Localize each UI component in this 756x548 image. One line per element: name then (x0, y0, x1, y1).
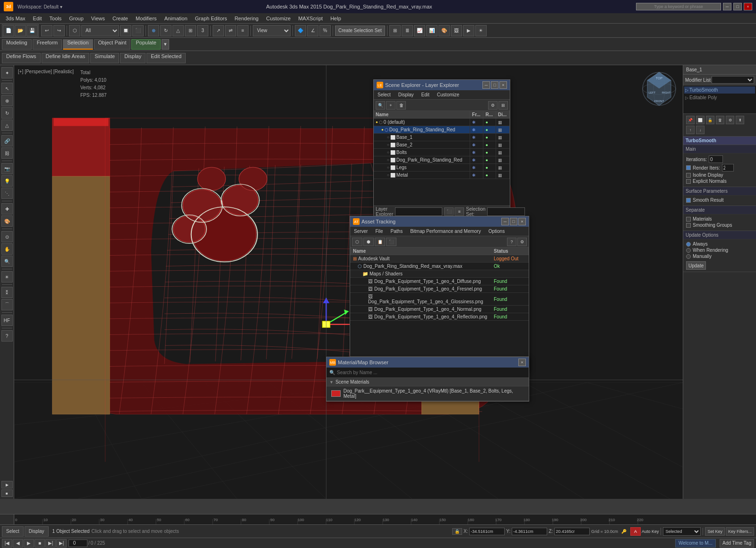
menu-modifiers[interactable]: Modifiers (132, 15, 161, 22)
lt-bottom-btn-2[interactable]: ■ (1, 489, 13, 497)
lt-move-mode[interactable]: ⊕ (1, 95, 13, 106)
mb-close-button[interactable]: × (518, 359, 526, 366)
at-settings-button[interactable]: ⚙ (517, 238, 527, 246)
manually-radio[interactable] (686, 254, 691, 259)
mode-selection[interactable]: Selection (63, 39, 93, 50)
selected-dropdown[interactable]: Selected (663, 527, 701, 536)
schematic-button[interactable]: 📊 (426, 25, 438, 36)
le-maximize-button[interactable]: □ (491, 81, 498, 89)
when-rendering-radio[interactable] (686, 248, 691, 253)
layer-row-legs[interactable]: ○ ⬜ Legs ❄ ● ▦ (374, 164, 510, 171)
menu-help[interactable]: Help (326, 15, 345, 22)
percent-snap[interactable]: % (319, 25, 331, 36)
layer-row-dogpark[interactable]: ● ⬡ Dog_Park_Ring_Standing_Red ❄ ● ▦ (374, 126, 510, 134)
le-menu-display[interactable]: Display (395, 91, 418, 98)
render-iters-input[interactable] (722, 164, 734, 171)
lt-unlink-mode[interactable]: ⛓ (1, 147, 13, 159)
viewport-select[interactable]: View (253, 25, 291, 36)
layer-row-base1[interactable]: ○ ⬜ Base_1 ❄ ● ▦ (374, 134, 510, 141)
move-button[interactable]: ⊕ (148, 25, 159, 36)
layer-row-metal[interactable]: ○ ⬜ Metal ❄ ● ▦ (374, 171, 510, 179)
next-frame-button[interactable]: ▶| (45, 539, 56, 548)
lt-pan-mode[interactable]: ✋ (1, 243, 13, 255)
lt-sun-mode[interactable]: ☀ (1, 271, 13, 283)
le-close-button[interactable]: × (499, 81, 507, 89)
le-filter-input[interactable] (395, 207, 442, 216)
at-tb-btn-1[interactable]: ⬡ (352, 238, 362, 246)
menu-group[interactable]: Group (65, 15, 87, 22)
lt-zoom-mode[interactable]: 🔍 (1, 256, 13, 267)
curve-editor-button[interactable]: 📈 (414, 25, 425, 36)
menu-customize[interactable]: Customize (262, 15, 294, 22)
lt-light-mode[interactable]: 💡 (1, 175, 13, 187)
layer-row-bolts[interactable]: ○ ⬜ Bolts ❄ ● ▦ (374, 149, 510, 156)
lt-paint-mode[interactable]: 🎨 (1, 215, 13, 227)
rotate-button[interactable]: ↻ (160, 25, 172, 36)
le-menu-select[interactable]: Select (374, 91, 395, 98)
smooth-result-checkbox[interactable] (686, 198, 691, 203)
mode-modeling[interactable]: Modeling (2, 39, 32, 50)
menu-tools[interactable]: Tools (46, 15, 66, 22)
key-filters-button[interactable]: Key Filters... (726, 527, 754, 536)
lt-helpers-mode[interactable]: ✚ (1, 203, 13, 214)
lt-camera-mode[interactable]: 📷 (1, 163, 13, 174)
save-button[interactable]: 💾 (26, 25, 38, 36)
close-button[interactable]: × (744, 3, 752, 10)
select-region-button[interactable]: ⬛ (132, 25, 144, 36)
le-icon-2[interactable]: ≡ (455, 207, 464, 216)
at-menu-options[interactable]: Options (485, 228, 508, 235)
select-tab[interactable]: Select (2, 526, 24, 537)
render-iters-checkbox[interactable] (686, 165, 691, 170)
update-button[interactable]: Update (686, 261, 706, 270)
asset-tracking-titlebar[interactable]: AT Asset Tracking ─ □ × (350, 216, 529, 227)
menu-rendering[interactable]: Rendering (231, 15, 262, 22)
at-close-button[interactable]: × (518, 218, 526, 225)
go-start-button[interactable]: |◀ (2, 539, 12, 548)
modifier-editable-poly[interactable]: ▷ Editable Poly (684, 94, 755, 101)
at-menu-bitmap[interactable]: Bitmap Performance and Memory (406, 228, 485, 235)
lt-rotate-mode[interactable]: ↻ (1, 107, 13, 119)
play-button[interactable]: ▶ (24, 539, 34, 548)
move-to-top[interactable]: ⬆ (736, 116, 744, 124)
at-row-maxfile[interactable]: ⬡Dog_Park_Ring_Standing_Red_max_vray.max… (350, 263, 529, 270)
reference-button[interactable]: ↗ (213, 25, 224, 36)
y-coord-input[interactable] (512, 528, 547, 535)
lt-link-mode[interactable]: 🔗 (1, 135, 13, 146)
layer-explorer-titlebar[interactable]: LE Scene Explorer - Layer Explorer ─ □ × (374, 80, 510, 90)
new-button[interactable]: 📄 (3, 25, 14, 36)
placement-button[interactable]: ⊞ (185, 25, 196, 36)
stop-button[interactable]: ■ (34, 539, 45, 548)
snap-toggle[interactable]: 🔷 (295, 25, 306, 36)
undo-button[interactable]: ↩ (41, 25, 52, 36)
open-button[interactable]: 📂 (15, 25, 26, 36)
menu-create[interactable]: Create (109, 15, 132, 22)
select-object-button[interactable]: ⬡ (69, 25, 80, 36)
redo-button[interactable]: ↪ (53, 25, 65, 36)
define-idle-areas-button[interactable]: Define Idle Areas (42, 53, 90, 63)
menu-animation[interactable]: Animation (161, 15, 191, 22)
le-menu-edit[interactable]: Edit (418, 91, 433, 98)
mb-titlebar[interactable]: MB Material/Map Browser × (326, 357, 529, 368)
lt-hierarchy-mode[interactable]: HF (1, 315, 13, 326)
mode-more-button[interactable]: ▾ (162, 39, 169, 50)
display-button[interactable]: Display (120, 53, 146, 63)
le-delete-layer-button[interactable]: 🗑 (396, 101, 406, 110)
menu-graph-editors[interactable]: Graph Editors (191, 15, 231, 22)
ribbon-button[interactable]: ≣ (402, 25, 413, 36)
le-settings-button[interactable]: ⚙ (488, 101, 498, 110)
at-menu-paths[interactable]: Paths (387, 228, 407, 235)
window-controls[interactable]: Type a keyword or phrase ─ □ × (636, 3, 752, 10)
layer-mgr-button[interactable]: ⊞ (389, 25, 401, 36)
navigation-cube[interactable]: TOP RIGHT LEFT FRONT (640, 70, 678, 108)
at-row-reflection[interactable]: 🖼Dog_Park_Equipment_Type_1_geo_4_Reflect… (350, 313, 529, 321)
lt-scale-mode[interactable]: △ (1, 120, 13, 131)
at-maximize-button[interactable]: □ (510, 218, 517, 225)
at-row-vault[interactable]: ⊞Autodesk Vault Logged Out (350, 255, 529, 263)
at-tb-btn-4[interactable]: ⬛ (386, 238, 396, 246)
mb-controls[interactable]: × (518, 359, 526, 366)
at-row-normal[interactable]: 🖼Dog_Park_Equipment_Type_1_geo_4_Normal.… (350, 306, 529, 313)
explicit-normals-checkbox[interactable] (686, 179, 691, 184)
lt-help-mode[interactable]: ? (1, 330, 13, 342)
z-coord-input[interactable] (554, 528, 590, 535)
at-row-fresnel[interactable]: 🖼Dog_Park_Equipment_Type_1_geo_4_Fresnel… (350, 285, 529, 293)
